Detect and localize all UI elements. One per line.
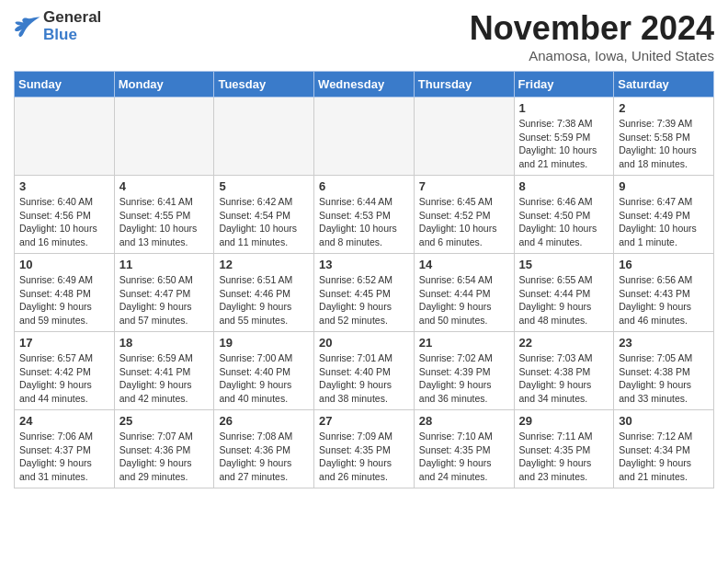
calendar-cell: 20Sunrise: 7:01 AM Sunset: 4:40 PM Dayli… — [314, 332, 415, 410]
day-info: Sunrise: 7:38 AM Sunset: 5:59 PM Dayligh… — [519, 117, 609, 171]
calendar-cell: 11Sunrise: 6:50 AM Sunset: 4:47 PM Dayli… — [114, 254, 214, 332]
calendar-week-row: 24Sunrise: 7:06 AM Sunset: 4:37 PM Dayli… — [15, 410, 714, 488]
calendar-week-row: 1Sunrise: 7:38 AM Sunset: 5:59 PM Daylig… — [15, 98, 714, 176]
logo-icon — [14, 16, 41, 38]
logo-blue: Blue — [43, 27, 101, 44]
day-info: Sunrise: 6:56 AM Sunset: 4:43 PM Dayligh… — [619, 273, 709, 327]
calendar-cell: 5Sunrise: 6:42 AM Sunset: 4:54 PM Daylig… — [214, 176, 314, 254]
day-info: Sunrise: 7:12 AM Sunset: 4:34 PM Dayligh… — [619, 430, 709, 484]
calendar-cell: 10Sunrise: 6:49 AM Sunset: 4:48 PM Dayli… — [15, 254, 115, 332]
calendar-week-row: 3Sunrise: 6:40 AM Sunset: 4:56 PM Daylig… — [15, 176, 714, 254]
calendar-cell — [314, 98, 415, 176]
day-number: 20 — [319, 336, 409, 350]
day-info: Sunrise: 7:05 AM Sunset: 4:38 PM Dayligh… — [619, 351, 709, 406]
day-number: 1 — [519, 101, 609, 115]
day-number: 15 — [519, 258, 609, 271]
day-number: 27 — [319, 414, 409, 428]
day-info: Sunrise: 7:08 AM Sunset: 4:36 PM Dayligh… — [219, 430, 309, 484]
day-number: 13 — [319, 258, 409, 271]
day-number: 14 — [419, 258, 509, 271]
day-number: 3 — [19, 179, 109, 193]
calendar-cell: 24Sunrise: 7:06 AM Sunset: 4:37 PM Dayli… — [15, 410, 115, 488]
day-info: Sunrise: 6:59 AM Sunset: 4:41 PM Dayligh… — [119, 351, 210, 406]
calendar-cell: 12Sunrise: 6:51 AM Sunset: 4:46 PM Dayli… — [214, 254, 314, 332]
day-info: Sunrise: 6:51 AM Sunset: 4:46 PM Dayligh… — [219, 273, 309, 327]
day-number: 23 — [619, 336, 709, 350]
calendar-week-row: 10Sunrise: 6:49 AM Sunset: 4:48 PM Dayli… — [15, 254, 714, 332]
calendar-body: 1Sunrise: 7:38 AM Sunset: 5:59 PM Daylig… — [15, 98, 714, 488]
day-number: 25 — [119, 414, 210, 428]
day-info: Sunrise: 6:41 AM Sunset: 4:55 PM Dayligh… — [119, 195, 210, 249]
calendar-cell: 25Sunrise: 7:07 AM Sunset: 4:36 PM Dayli… — [114, 410, 214, 488]
day-info: Sunrise: 6:54 AM Sunset: 4:44 PM Dayligh… — [419, 273, 509, 327]
calendar-cell — [114, 98, 214, 176]
day-number: 6 — [319, 179, 409, 193]
calendar-cell: 17Sunrise: 6:57 AM Sunset: 4:42 PM Dayli… — [15, 332, 115, 410]
day-info: Sunrise: 7:03 AM Sunset: 4:38 PM Dayligh… — [519, 351, 609, 406]
day-number: 8 — [519, 179, 609, 193]
day-number: 29 — [519, 414, 609, 428]
logo-text: General Blue — [43, 9, 101, 43]
calendar-cell: 18Sunrise: 6:59 AM Sunset: 4:41 PM Dayli… — [114, 332, 214, 410]
weekday-header-cell: Wednesday — [314, 72, 415, 98]
month-title: November 2024 — [470, 9, 714, 48]
day-number: 16 — [619, 258, 709, 271]
weekday-header-row: SundayMondayTuesdayWednesdayThursdayFrid… — [15, 72, 714, 98]
day-info: Sunrise: 6:49 AM Sunset: 4:48 PM Dayligh… — [19, 273, 109, 327]
calendar-cell: 1Sunrise: 7:38 AM Sunset: 5:59 PM Daylig… — [514, 98, 614, 176]
weekday-header-cell: Saturday — [614, 72, 714, 98]
day-number: 19 — [219, 336, 309, 350]
day-info: Sunrise: 7:02 AM Sunset: 4:39 PM Dayligh… — [419, 351, 509, 406]
day-info: Sunrise: 7:10 AM Sunset: 4:35 PM Dayligh… — [419, 430, 509, 484]
weekday-header-cell: Friday — [514, 72, 614, 98]
page-header: General Blue November 2024 Anamosa, Iowa… — [14, 9, 714, 63]
calendar-cell: 13Sunrise: 6:52 AM Sunset: 4:45 PM Dayli… — [314, 254, 415, 332]
day-number: 21 — [419, 336, 509, 350]
day-number: 12 — [219, 258, 309, 271]
weekday-header-cell: Monday — [114, 72, 214, 98]
calendar-cell: 23Sunrise: 7:05 AM Sunset: 4:38 PM Dayli… — [614, 332, 714, 410]
day-number: 5 — [219, 179, 309, 193]
day-info: Sunrise: 7:00 AM Sunset: 4:40 PM Dayligh… — [219, 351, 309, 406]
day-info: Sunrise: 7:11 AM Sunset: 4:35 PM Dayligh… — [519, 430, 609, 484]
calendar-cell: 27Sunrise: 7:09 AM Sunset: 4:35 PM Dayli… — [314, 410, 415, 488]
calendar-cell: 14Sunrise: 6:54 AM Sunset: 4:44 PM Dayli… — [414, 254, 514, 332]
day-number: 26 — [219, 414, 309, 428]
day-info: Sunrise: 6:52 AM Sunset: 4:45 PM Dayligh… — [319, 273, 409, 327]
calendar-cell: 21Sunrise: 7:02 AM Sunset: 4:39 PM Dayli… — [414, 332, 514, 410]
calendar-cell — [15, 98, 115, 176]
calendar-cell: 22Sunrise: 7:03 AM Sunset: 4:38 PM Dayli… — [514, 332, 614, 410]
calendar-cell: 7Sunrise: 6:45 AM Sunset: 4:52 PM Daylig… — [414, 176, 514, 254]
weekday-header-cell: Tuesday — [214, 72, 314, 98]
logo-general: General — [43, 9, 101, 27]
title-area: November 2024 Anamosa, Iowa, United Stat… — [470, 9, 714, 63]
calendar-cell: 9Sunrise: 6:47 AM Sunset: 4:49 PM Daylig… — [614, 176, 714, 254]
calendar-cell: 30Sunrise: 7:12 AM Sunset: 4:34 PM Dayli… — [614, 410, 714, 488]
day-info: Sunrise: 6:45 AM Sunset: 4:52 PM Dayligh… — [419, 195, 509, 249]
day-info: Sunrise: 6:42 AM Sunset: 4:54 PM Dayligh… — [219, 195, 309, 249]
calendar-cell — [414, 98, 514, 176]
day-info: Sunrise: 7:07 AM Sunset: 4:36 PM Dayligh… — [119, 430, 210, 484]
location-subtitle: Anamosa, Iowa, United States — [470, 48, 714, 63]
day-number: 11 — [119, 258, 210, 271]
day-info: Sunrise: 6:40 AM Sunset: 4:56 PM Dayligh… — [19, 195, 109, 249]
calendar-cell — [214, 98, 314, 176]
day-number: 7 — [419, 179, 509, 193]
day-info: Sunrise: 7:09 AM Sunset: 4:35 PM Dayligh… — [319, 430, 409, 484]
day-number: 2 — [619, 101, 709, 115]
calendar-cell: 28Sunrise: 7:10 AM Sunset: 4:35 PM Dayli… — [414, 410, 514, 488]
day-info: Sunrise: 6:50 AM Sunset: 4:47 PM Dayligh… — [119, 273, 210, 327]
day-info: Sunrise: 7:06 AM Sunset: 4:37 PM Dayligh… — [19, 430, 109, 484]
day-number: 18 — [119, 336, 210, 350]
calendar-cell: 8Sunrise: 6:46 AM Sunset: 4:50 PM Daylig… — [514, 176, 614, 254]
weekday-header-cell: Thursday — [414, 72, 514, 98]
day-number: 9 — [619, 179, 709, 193]
calendar-cell: 3Sunrise: 6:40 AM Sunset: 4:56 PM Daylig… — [15, 176, 115, 254]
calendar-cell: 2Sunrise: 7:39 AM Sunset: 5:58 PM Daylig… — [614, 98, 714, 176]
day-info: Sunrise: 6:47 AM Sunset: 4:49 PM Dayligh… — [619, 195, 709, 249]
day-number: 24 — [19, 414, 109, 428]
day-info: Sunrise: 7:01 AM Sunset: 4:40 PM Dayligh… — [319, 351, 409, 406]
calendar-cell: 19Sunrise: 7:00 AM Sunset: 4:40 PM Dayli… — [214, 332, 314, 410]
calendar-cell: 16Sunrise: 6:56 AM Sunset: 4:43 PM Dayli… — [614, 254, 714, 332]
calendar-cell: 6Sunrise: 6:44 AM Sunset: 4:53 PM Daylig… — [314, 176, 415, 254]
